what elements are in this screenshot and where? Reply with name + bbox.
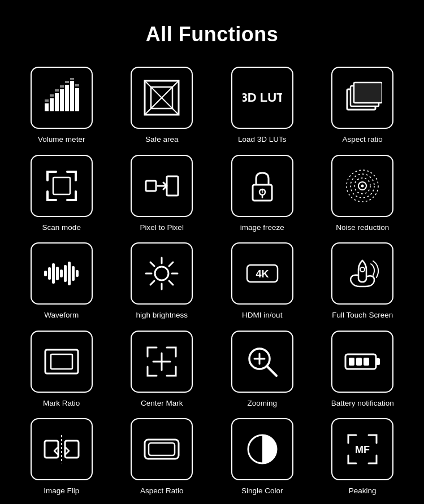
label-full-touch-screen: Full Touch Screen: [332, 310, 393, 320]
func-noise-reduction: Noise reduction: [315, 155, 410, 233]
icon-box-center-mark: [131, 331, 193, 393]
icon-box-high-brightness: [131, 242, 193, 305]
aspect-ratio-bottom-icon: [142, 429, 181, 469]
icon-box-load-3d-luts: 3D LUT: [231, 67, 293, 129]
svg-rect-38: [56, 267, 59, 280]
svg-rect-41: [68, 262, 71, 285]
svg-rect-25: [167, 176, 178, 195]
svg-rect-36: [48, 267, 51, 280]
svg-rect-6: [75, 88, 79, 111]
icon-box-aspect-ratio-top: [331, 67, 393, 129]
icon-box-scan-mode: [31, 155, 93, 217]
svg-rect-8: [50, 94, 54, 97]
svg-text:T: T: [261, 189, 264, 194]
center-mark-icon: [142, 342, 181, 381]
svg-text:MF: MF: [355, 444, 370, 455]
svg-rect-66: [349, 358, 354, 366]
func-zooming: Zooming: [215, 331, 310, 409]
svg-point-34: [361, 184, 364, 187]
svg-rect-12: [70, 78, 74, 80]
label-load-3d-luts: Load 3D LUTs: [238, 134, 287, 145]
func-hdmi-inout: 4K HDMI in/out: [215, 242, 310, 320]
svg-rect-7: [45, 99, 49, 102]
load-3d-luts-icon: 3D LUT: [243, 78, 282, 118]
label-single-color: Single Color: [241, 486, 283, 496]
svg-rect-5: [70, 81, 74, 111]
icon-box-battery-notification: [331, 331, 393, 393]
label-scan-mode: Scan mode: [42, 223, 81, 233]
svg-line-50: [169, 281, 173, 285]
full-touch-screen-icon: [343, 254, 382, 293]
image-freeze-icon: T: [243, 166, 282, 206]
label-mark-ratio: Mark Ratio: [43, 398, 80, 409]
waveform-icon: [42, 254, 81, 293]
func-image-freeze: T image freeze: [215, 155, 310, 233]
svg-rect-9: [55, 89, 59, 92]
svg-rect-22: [53, 177, 70, 194]
svg-rect-40: [64, 265, 67, 282]
label-image-flip: Image Flip: [44, 486, 79, 496]
func-full-touch-screen: Full Touch Screen: [315, 242, 410, 320]
svg-rect-23: [146, 181, 156, 191]
svg-line-52: [150, 281, 154, 285]
svg-rect-39: [60, 270, 63, 277]
icon-box-noise-reduction: [331, 155, 393, 217]
func-battery-notification: Battery notification: [315, 331, 410, 409]
label-safe-area: Safe area: [145, 134, 179, 145]
icon-box-safe-area: [131, 67, 193, 129]
pixel-to-pixel-icon: [142, 166, 181, 206]
svg-rect-3: [60, 89, 64, 111]
icon-box-full-touch-screen: [331, 242, 393, 305]
label-aspect-ratio-top: Aspect ratio: [343, 134, 383, 145]
svg-rect-65: [376, 358, 380, 365]
icon-box-image-freeze: T: [231, 155, 293, 217]
icon-box-aspect-ratio-bottom: [131, 418, 193, 480]
label-zooming: Zooming: [247, 398, 277, 409]
label-hdmi-inout: HDMI in/out: [242, 310, 282, 320]
icon-box-zooming: [231, 331, 293, 393]
svg-rect-2: [55, 93, 59, 111]
volume-meter-icon: [42, 78, 81, 118]
label-noise-reduction: Noise reduction: [336, 223, 389, 233]
svg-rect-1: [50, 98, 54, 111]
label-waveform: Waveform: [44, 310, 79, 320]
single-color-icon: [243, 429, 282, 469]
label-peaking: Peaking: [349, 486, 377, 496]
svg-point-55: [360, 267, 365, 272]
zooming-icon: [243, 342, 282, 381]
func-pixel-to-pixel: Pixel to Pixel: [115, 155, 210, 233]
svg-text:4K: 4K: [256, 268, 269, 280]
func-waveform: Waveform: [14, 242, 109, 320]
func-aspect-ratio-bottom: Aspect Ratio: [115, 418, 210, 496]
label-battery-notification: Battery notification: [331, 398, 394, 409]
icon-box-pixel-to-pixel: [131, 155, 193, 217]
svg-rect-35: [44, 271, 47, 276]
label-volume-meter: Volume meter: [38, 134, 85, 145]
svg-rect-0: [45, 103, 49, 111]
label-high-brightness: high brightness: [136, 310, 188, 320]
peaking-icon: MF: [343, 429, 382, 469]
page-title: All Functions: [146, 23, 279, 46]
label-center-mark: Center Mark: [141, 398, 183, 409]
image-flip-icon: [42, 429, 81, 469]
safe-area-icon: [142, 78, 181, 118]
func-safe-area: Safe area: [115, 67, 210, 145]
icon-box-hdmi-inout: 4K: [231, 242, 293, 305]
svg-text:3D LUT: 3D LUT: [243, 90, 282, 105]
func-mark-ratio: Mark Ratio: [14, 331, 109, 409]
mark-ratio-icon: [42, 342, 81, 381]
svg-rect-13: [75, 84, 79, 86]
func-high-brightness: high brightness: [115, 242, 210, 320]
func-scan-mode: Scan mode: [14, 155, 109, 233]
svg-rect-4: [65, 85, 69, 111]
svg-rect-11: [65, 81, 69, 83]
svg-rect-56: [45, 350, 78, 373]
icon-box-peaking: MF: [331, 418, 393, 480]
noise-reduction-icon: [343, 166, 382, 206]
func-volume-meter: Volume meter: [14, 67, 109, 145]
icon-box-mark-ratio: [31, 331, 93, 393]
func-center-mark: Center Mark: [115, 331, 210, 409]
svg-rect-37: [52, 263, 55, 284]
func-image-flip: Image Flip: [14, 418, 109, 496]
func-load-3d-luts: 3D LUT Load 3D LUTs: [215, 67, 310, 145]
